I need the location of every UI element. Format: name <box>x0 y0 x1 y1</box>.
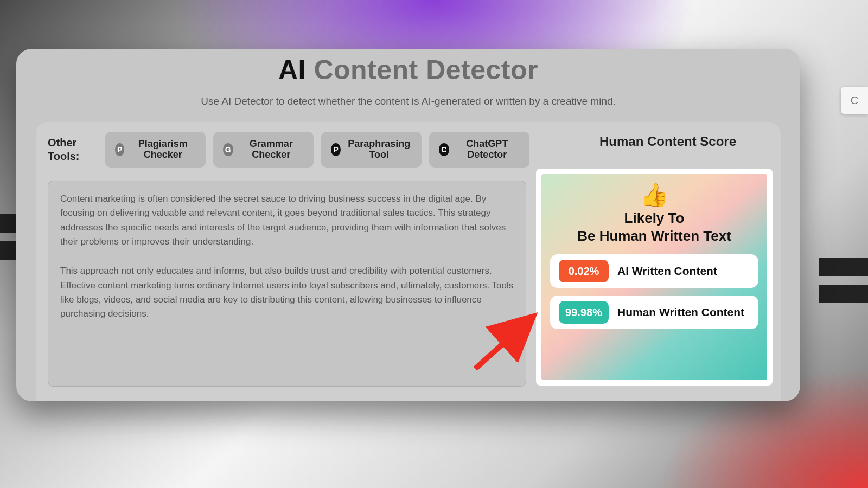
page-title: AI Content Detector <box>16 49 800 86</box>
tool-plagiarism-checker[interactable]: P Plagiarism Checker <box>105 132 206 168</box>
score-verdict-line2: Be Human Written Text <box>577 228 731 245</box>
page-subtitle: Use AI Detector to detect whether the co… <box>16 95 800 107</box>
ai-content-row: 0.02% AI Written Content <box>550 254 758 288</box>
tool-paraphrasing-tool[interactable]: P Paraphrasing Tool <box>321 132 422 168</box>
human-percent-badge: 99.98% <box>559 301 609 324</box>
human-content-row: 99.98% Human Written Content <box>550 296 758 329</box>
tool-label: Paraphrasing Tool <box>346 139 412 160</box>
title-rest: Content Detector <box>314 55 538 85</box>
human-content-label: Human Written Content <box>617 306 744 319</box>
content-paragraph: Content marketing is often considered th… <box>60 192 514 249</box>
tool-label: Plagiarism Checker <box>130 139 196 160</box>
thumbs-up-icon: 👍 <box>640 184 668 207</box>
tool-label: ChatGPT Detector <box>455 139 520 160</box>
title-ai: AI <box>278 55 314 85</box>
app-card: AI Content Detector Use AI Detector to d… <box>16 49 800 401</box>
edge-widget-label: C <box>851 94 858 107</box>
decorative-stripe <box>819 285 868 303</box>
tool-chatgpt-detector[interactable]: C ChatGPT Detector <box>429 132 529 168</box>
other-tools-label: Other Tools: <box>48 136 98 163</box>
tool-badge-icon: P <box>331 143 341 156</box>
score-card: 👍 Likely To Be Human Written Text 0.02% … <box>536 169 773 386</box>
content-textarea[interactable]: Content marketing is often considered th… <box>48 181 526 387</box>
main-panel: Other Tools: P Plagiarism Checker G Gram… <box>36 122 781 401</box>
ai-content-label: AI Written Content <box>617 265 717 278</box>
ai-percent-badge: 0.02% <box>559 260 609 282</box>
edge-widget[interactable]: C <box>841 87 868 114</box>
score-verdict-line1: Likely To <box>624 210 685 227</box>
tool-label: Grammar Checker <box>239 139 304 160</box>
tool-badge-icon: G <box>223 143 233 156</box>
tool-badge-icon: C <box>439 143 449 156</box>
content-paragraph: This approach not only educates and info… <box>60 264 514 321</box>
tool-grammar-checker[interactable]: G Grammar Checker <box>213 132 314 168</box>
tool-badge-icon: P <box>115 143 124 156</box>
score-title: Human Content Score <box>562 134 774 149</box>
decorative-stripe <box>819 258 868 276</box>
